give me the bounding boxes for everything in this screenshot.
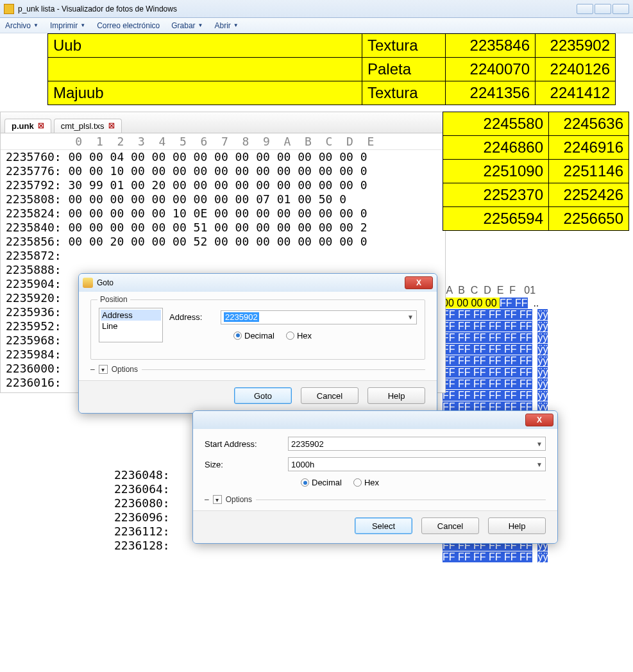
window-buttons xyxy=(577,4,629,14)
app-icon xyxy=(4,4,14,14)
dialog-titlebar[interactable]: X xyxy=(193,411,557,429)
cancel-button[interactable]: Cancel xyxy=(301,387,359,404)
table-row[interactable]: Paleta 2240070 2240126 xyxy=(48,58,616,81)
dialog-title: Goto xyxy=(97,278,114,287)
hex-column-header: 0 1 2 3 4 5 6 7 8 9 A B C D E xyxy=(1,133,445,150)
radio-hex[interactable]: Hex xyxy=(286,331,312,340)
table-row[interactable]: Uub Textura 2235846 2235902 xyxy=(48,34,616,58)
expand-icon[interactable]: ▾ xyxy=(99,365,108,374)
goto-icon xyxy=(83,278,93,288)
radio-hex[interactable]: Hex xyxy=(353,478,379,487)
menu-abrir[interactable]: Abrir▼ xyxy=(215,21,239,30)
ascii-columns: A B C D E F 01 xyxy=(443,282,630,298)
table-row[interactable]: 22468602246916 xyxy=(443,136,629,160)
address-label: Address: xyxy=(169,312,214,322)
table-row[interactable]: 22565942256650 xyxy=(443,207,629,231)
tab-punk[interactable]: p.unk☒ xyxy=(4,119,51,133)
menu-imprimir[interactable]: Imprimir▼ xyxy=(50,21,85,30)
expand-icon[interactable]: ▾ xyxy=(213,495,222,504)
menu-archivo[interactable]: Archivo▼ xyxy=(5,21,38,30)
table-row[interactable]: 22455802245636 xyxy=(443,112,629,136)
maximize-button[interactable] xyxy=(595,4,611,14)
group-legend: Position xyxy=(97,295,130,304)
select-button[interactable]: Select xyxy=(355,517,412,534)
options-expander[interactable]: – ▾ Options xyxy=(90,365,425,374)
address-input[interactable]: 2235902 ▼ xyxy=(221,310,417,324)
position-type-list[interactable]: Address Line xyxy=(99,308,163,342)
chevron-down-icon[interactable]: ▼ xyxy=(536,461,543,468)
spreadsheet-tail: 22455802245636 22468602246916 2251090225… xyxy=(443,112,629,231)
table-row[interactable]: 22510902251146 xyxy=(443,160,629,183)
menubar: Archivo▼ Imprimir▼ Correo electrónico Gr… xyxy=(0,18,633,33)
size-input[interactable]: 1000h ▼ xyxy=(288,457,546,471)
close-icon[interactable]: ☒ xyxy=(38,122,44,130)
spreadsheet-table: Uub Textura 2235846 2235902 Paleta 22400… xyxy=(47,33,616,105)
close-icon[interactable]: X xyxy=(525,414,553,426)
start-address-label: Start Address: xyxy=(205,439,282,449)
menu-correo[interactable]: Correo electrónico xyxy=(97,21,160,30)
help-button[interactable]: Help xyxy=(367,387,425,404)
radio-decimal[interactable]: Decimal xyxy=(301,478,342,487)
close-button[interactable] xyxy=(612,4,629,14)
menu-grabar[interactable]: Grabar▼ xyxy=(171,21,203,30)
table-row[interactable]: 22523702252426 xyxy=(443,183,629,207)
options-expander[interactable]: – ▾ Options xyxy=(205,495,546,504)
cancel-button[interactable]: Cancel xyxy=(421,517,479,534)
help-button[interactable]: Help xyxy=(488,517,546,534)
hex-tabs: p.unk☒ cmt_plsl.txs☒ xyxy=(1,112,445,133)
close-icon[interactable]: X xyxy=(405,276,433,289)
dialog-titlebar[interactable]: Goto X xyxy=(79,274,437,292)
chevron-down-icon: ▼ xyxy=(198,22,203,28)
radio-decimal[interactable]: Decimal xyxy=(233,331,274,340)
goto-dialog: Goto X Position Address Line Address: 22… xyxy=(78,273,437,414)
close-icon[interactable]: ☒ xyxy=(108,122,115,130)
position-group: Position Address Line Address: 2235902 ▼ xyxy=(90,299,425,360)
chevron-down-icon: ▼ xyxy=(33,22,38,28)
titlebar: p_unk lista - Visualizador de fotos de W… xyxy=(0,0,633,18)
select-dialog: X Start Address: 2235902 ▼ Size: 1000h ▼… xyxy=(192,410,558,544)
chevron-down-icon: ▼ xyxy=(80,22,85,28)
chevron-down-icon[interactable]: ▼ xyxy=(407,314,414,321)
chevron-down-icon: ▼ xyxy=(233,22,239,28)
minimize-button[interactable] xyxy=(577,4,593,14)
chevron-down-icon[interactable]: ▼ xyxy=(536,441,543,448)
goto-button[interactable]: Goto xyxy=(234,387,292,404)
tab-cmt[interactable]: cmt_plsl.txs☒ xyxy=(54,119,122,133)
size-label: Size: xyxy=(205,460,282,469)
start-address-input[interactable]: 2235902 ▼ xyxy=(288,437,546,451)
table-row[interactable]: Majuub Textura 2241356 2241412 xyxy=(48,81,616,105)
window-title: p_unk lista - Visualizador de fotos de W… xyxy=(18,4,177,13)
